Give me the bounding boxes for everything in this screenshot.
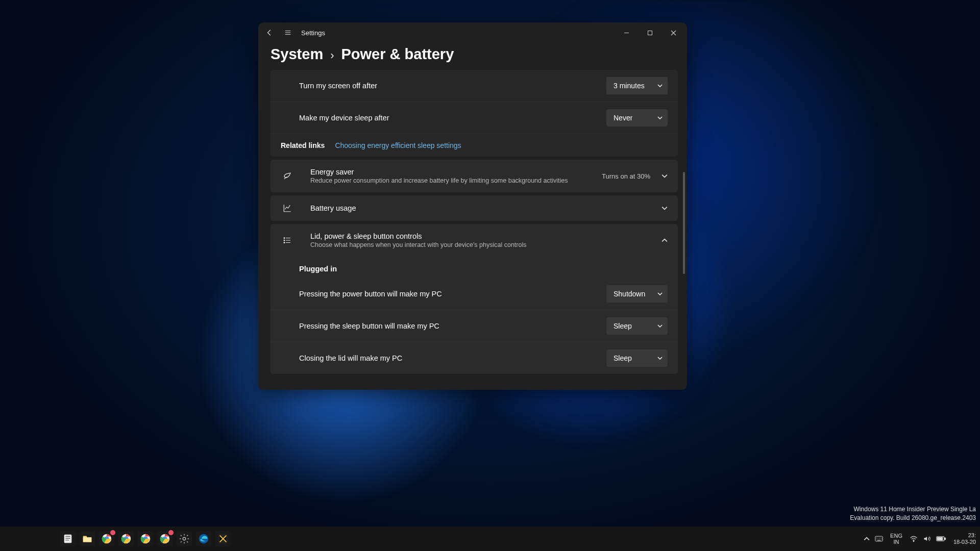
leaf-icon (281, 171, 294, 181)
chevron-down-icon (657, 291, 663, 296)
clock-date: 18-03-20 (953, 539, 976, 545)
chevron-down-icon (662, 173, 668, 179)
chevron-down-icon (657, 83, 663, 88)
notification-badge (168, 530, 174, 535)
lid-controls-expander[interactable]: Lid, power & sleep button controls Choos… (271, 224, 678, 257)
related-links-label: Related links (281, 141, 325, 149)
volume-icon (923, 535, 931, 542)
chart-icon (281, 204, 294, 213)
screen-off-dropdown[interactable]: 3 minutes (606, 77, 668, 94)
system-tray: ENG IN 23: 18-03-20 (864, 532, 976, 545)
screen-off-label: Turn my screen off after (299, 82, 606, 90)
taskbar-app-chrome-1[interactable] (99, 531, 114, 546)
sleep-button-action-value: Sleep (614, 322, 632, 330)
lang-bottom: IN (890, 539, 902, 545)
svg-point-1 (284, 238, 285, 239)
sleep-after-dropdown[interactable]: Never (606, 109, 668, 127)
close-lid-action-row: Closing the lid will make my PC Sleep (271, 342, 678, 374)
content-area: Turn my screen off after 3 minutes Make … (258, 70, 687, 390)
chevron-down-icon (662, 205, 668, 211)
svg-rect-5 (83, 537, 92, 542)
taskbar-app-chrome-2[interactable] (118, 531, 134, 546)
lid-controls-sub: Choose what happens when you interact wi… (310, 241, 653, 248)
taskbar: ENG IN 23: 18-03-20 (0, 527, 980, 551)
close-button[interactable] (662, 24, 685, 41)
clock[interactable]: 23: 18-03-20 (953, 532, 976, 545)
power-button-action-row: Pressing the power button will make my P… (271, 278, 678, 310)
chevron-right-icon: › (330, 49, 334, 62)
notification-badge (110, 530, 115, 535)
taskbar-pinned-apps (60, 531, 231, 546)
keyboard-icon[interactable] (875, 536, 883, 542)
language-indicator[interactable]: ENG IN (890, 533, 902, 545)
watermark-line2: Evaluation copy. Build 26080.ge_release.… (850, 514, 976, 522)
window-controls (615, 24, 685, 41)
windows-watermark: Windows 11 Home Insider Preview Single L… (850, 505, 976, 522)
sleep-button-action-dropdown[interactable]: Sleep (606, 317, 668, 335)
battery-usage-card[interactable]: Battery usage (271, 195, 678, 221)
window-title: Settings (301, 29, 325, 37)
energy-saver-title: Energy saver (310, 168, 594, 176)
chevron-down-icon (657, 356, 663, 361)
battery-icon (936, 536, 946, 542)
energy-saver-sub: Reduce power consumption and increase ba… (310, 177, 594, 184)
svg-rect-0 (648, 31, 652, 35)
sleep-after-label: Make my device sleep after (299, 114, 606, 122)
network-volume-battery[interactable] (910, 535, 946, 542)
energy-saver-value: Turns on at 30% (602, 172, 650, 180)
screen-off-value: 3 minutes (614, 82, 645, 90)
minimize-button[interactable] (615, 24, 638, 41)
power-button-action-label: Pressing the power button will make my P… (299, 290, 606, 298)
svg-point-18 (913, 541, 914, 542)
sleep-after-row: Make my device sleep after Never (271, 102, 678, 134)
maximize-button[interactable] (638, 24, 662, 41)
close-lid-action-label: Closing the lid will make my PC (299, 354, 606, 362)
sleep-button-action-label: Pressing the sleep button will make my P… (299, 322, 606, 330)
related-link-sleep-settings[interactable]: Choosing energy efficient sleep settings (335, 141, 461, 149)
wifi-icon (910, 535, 918, 542)
chevron-down-icon (657, 323, 663, 329)
taskbar-app-notepad[interactable] (60, 531, 76, 546)
breadcrumb-parent[interactable]: System (271, 46, 323, 63)
chevron-down-icon (657, 115, 663, 120)
clock-time: 23: (953, 532, 976, 539)
taskbar-app-edge[interactable] (196, 531, 211, 546)
svg-point-14 (183, 537, 186, 540)
svg-rect-21 (937, 538, 942, 540)
close-lid-action-dropdown[interactable]: Sleep (606, 349, 668, 367)
watermark-line1: Windows 11 Home Insider Preview Single L… (850, 505, 976, 514)
chevron-up-icon (662, 237, 668, 243)
lid-controls-card: Lid, power & sleep button controls Choos… (271, 224, 678, 374)
battery-usage-title: Battery usage (310, 204, 653, 212)
tray-overflow-icon[interactable] (864, 536, 870, 542)
svg-point-3 (284, 242, 285, 243)
power-button-action-dropdown[interactable]: Shutdown (606, 285, 668, 303)
sleep-button-action-row: Pressing the sleep button will make my P… (271, 310, 678, 342)
page-title: Power & battery (341, 46, 454, 63)
taskbar-app-chrome-3[interactable] (138, 531, 153, 546)
titlebar: Settings (258, 22, 687, 43)
close-lid-action-value: Sleep (614, 354, 632, 362)
svg-rect-20 (945, 538, 946, 539)
energy-saver-card[interactable]: Energy saver Reduce power consumption an… (271, 160, 678, 192)
settings-window: Settings System › Power & battery Turn m… (258, 22, 687, 390)
battery-usage-expander[interactable]: Battery usage (271, 195, 678, 221)
back-button[interactable] (261, 24, 278, 41)
svg-rect-4 (64, 535, 72, 543)
taskbar-app-mobaxterm[interactable] (215, 531, 231, 546)
svg-point-2 (284, 240, 285, 241)
sleep-after-value: Never (614, 114, 632, 122)
hamburger-menu-icon[interactable] (280, 24, 296, 41)
screen-sleep-card: Turn my screen off after 3 minutes Make … (271, 70, 678, 157)
related-links-row: Related links Choosing energy efficient … (271, 134, 678, 157)
taskbar-app-settings[interactable] (177, 531, 192, 546)
plugged-in-header: Plugged in (271, 257, 678, 278)
screen-off-row: Turn my screen off after 3 minutes (271, 70, 678, 102)
energy-saver-expander[interactable]: Energy saver Reduce power consumption an… (271, 160, 678, 192)
lang-top: ENG (890, 533, 902, 539)
power-button-action-value: Shutdown (614, 290, 645, 298)
taskbar-app-file-explorer[interactable] (80, 531, 95, 546)
breadcrumb: System › Power & battery (258, 43, 687, 70)
scrollbar[interactable] (683, 172, 685, 274)
taskbar-app-chrome-4[interactable] (157, 531, 173, 546)
